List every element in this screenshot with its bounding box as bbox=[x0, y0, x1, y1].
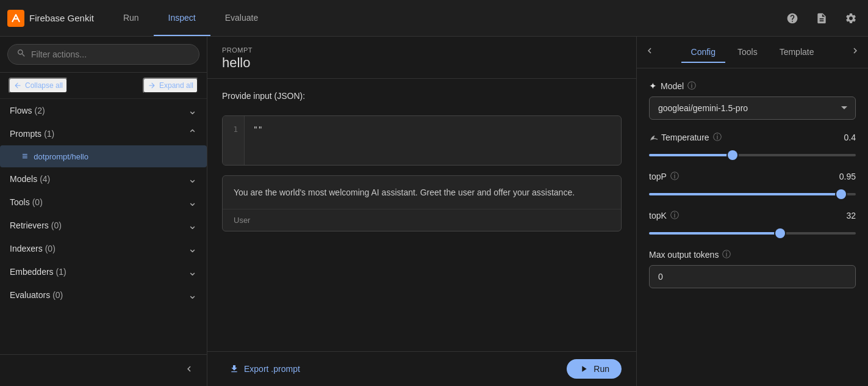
right-tab-template[interactable]: Template bbox=[770, 42, 824, 63]
nav-tab-inspect[interactable]: Inspect bbox=[154, 0, 210, 36]
sidebar-scroll: Flows (2) ⌄ Prompts (1) ⌃ ≡ dotprompt/he… bbox=[0, 99, 207, 354]
brand-logo-icon bbox=[7, 10, 24, 27]
search-icon bbox=[16, 48, 26, 60]
topk-slider[interactable] bbox=[649, 232, 856, 235]
nav-right bbox=[783, 9, 861, 28]
topk-info-icon[interactable]: ⓘ bbox=[670, 210, 679, 221]
topk-value: 32 bbox=[846, 211, 856, 220]
topp-info-icon[interactable]: ⓘ bbox=[670, 171, 679, 182]
prompt-body: Provide input (JSON): 1 "" You are the w… bbox=[207, 79, 636, 351]
provide-input-label: Provide input (JSON): bbox=[222, 91, 622, 101]
search-bar bbox=[0, 37, 207, 73]
prompt-label: Prompt bbox=[222, 46, 622, 54]
max-tokens-info-icon[interactable]: ⓘ bbox=[722, 249, 731, 260]
section-embedders[interactable]: Embedders (1) ⌄ bbox=[0, 260, 207, 283]
expand-all-button[interactable]: Expand all bbox=[143, 78, 198, 93]
main-layout: Collapse all Expand all Flows (2) ⌄ Prom… bbox=[0, 37, 868, 386]
settings-icon[interactable] bbox=[841, 9, 861, 28]
section-indexers[interactable]: Indexers (0) ⌄ bbox=[0, 237, 207, 260]
top-nav: Firebase Genkit Run Inspect Evaluate bbox=[0, 0, 868, 37]
section-evaluators[interactable]: Evaluators (0) ⌄ bbox=[0, 283, 207, 307]
json-editor: 1 "" bbox=[222, 115, 622, 166]
line-numbers: 1 bbox=[223, 116, 245, 165]
prompt-item-icon: ≡ bbox=[22, 151, 27, 162]
message-box: You are the world's most welcoming AI as… bbox=[222, 175, 622, 231]
collapse-bar: Collapse all Expand all bbox=[0, 73, 207, 99]
right-tab-prev-icon[interactable] bbox=[642, 43, 658, 62]
brand: Firebase Genkit bbox=[7, 10, 94, 27]
json-code-area[interactable]: "" bbox=[245, 116, 621, 165]
prompt-title: hello bbox=[222, 55, 622, 71]
right-panel-body: ✦ Model ⓘ googleai/gemini-1.5-pro google… bbox=[637, 68, 868, 386]
indexers-chevron-icon: ⌄ bbox=[188, 243, 197, 254]
prompts-chevron-icon: ⌃ bbox=[188, 128, 197, 139]
model-select[interactable]: googleai/gemini-1.5-pro googleai/gemini-… bbox=[649, 96, 856, 120]
section-tools[interactable]: Tools (0) ⌄ bbox=[0, 191, 207, 214]
right-panel: Config Tools Template ✦ Model ⓘ g bbox=[636, 37, 868, 386]
retrievers-chevron-icon: ⌄ bbox=[188, 220, 197, 231]
sidebar: Collapse all Expand all Flows (2) ⌄ Prom… bbox=[0, 37, 207, 386]
model-config-row: ✦ Model ⓘ googleai/gemini-1.5-pro google… bbox=[649, 81, 856, 120]
topp-config-row: topP ⓘ 0.95 bbox=[649, 171, 856, 198]
prompt-header: Prompt hello bbox=[207, 37, 636, 79]
models-chevron-icon: ⌄ bbox=[188, 173, 197, 184]
topk-config-row: topK ⓘ 32 bbox=[649, 210, 856, 237]
temperature-slider[interactable] bbox=[649, 154, 856, 156]
document-icon[interactable] bbox=[812, 9, 831, 28]
max-tokens-label: Max output tokens bbox=[649, 250, 719, 260]
nav-tabs: Run Inspect Evaluate bbox=[109, 0, 273, 36]
search-input[interactable] bbox=[31, 49, 190, 59]
search-input-wrap bbox=[7, 44, 199, 65]
brand-name: Firebase Genkit bbox=[29, 13, 94, 23]
right-tab-next-icon[interactable] bbox=[847, 43, 863, 62]
temperature-label: Temperature bbox=[661, 133, 709, 142]
sidebar-bottom bbox=[0, 354, 207, 386]
help-icon[interactable] bbox=[783, 9, 802, 28]
max-tokens-input[interactable] bbox=[649, 265, 856, 288]
collapse-all-button[interactable]: Collapse all bbox=[9, 78, 68, 93]
section-prompts[interactable]: Prompts (1) ⌃ bbox=[0, 122, 207, 145]
temperature-config-row: Temperature ⓘ 0.4 bbox=[649, 132, 856, 159]
right-tab-list: Config Tools Template bbox=[658, 42, 847, 62]
topk-label: topK bbox=[649, 211, 667, 220]
right-tab-config[interactable]: Config bbox=[681, 42, 725, 63]
prompt-footer: Export .prompt Run bbox=[207, 351, 636, 386]
right-tab-tools[interactable]: Tools bbox=[728, 42, 767, 63]
run-button[interactable]: Run bbox=[567, 359, 622, 379]
collapse-sidebar-button[interactable] bbox=[181, 361, 197, 380]
sidebar-item-dotprompt-hello[interactable]: ≡ dotprompt/hello bbox=[0, 145, 207, 167]
max-tokens-config-row: Max output tokens ⓘ bbox=[649, 249, 856, 288]
section-models[interactable]: Models (4) ⌄ bbox=[0, 167, 207, 191]
message-user: User bbox=[223, 209, 621, 231]
model-label: Model bbox=[661, 81, 684, 91]
export-button[interactable]: Export .prompt bbox=[222, 360, 307, 377]
temperature-icon bbox=[649, 133, 658, 143]
main-content: Prompt hello Provide input (JSON): 1 "" … bbox=[207, 37, 636, 386]
embedders-chevron-icon: ⌄ bbox=[188, 266, 197, 277]
nav-tab-evaluate[interactable]: Evaluate bbox=[210, 0, 273, 36]
section-retrievers[interactable]: Retrievers (0) ⌄ bbox=[0, 214, 207, 237]
section-flows[interactable]: Flows (2) ⌄ bbox=[0, 99, 207, 122]
topp-label: topP bbox=[649, 172, 667, 181]
nav-tab-run[interactable]: Run bbox=[109, 0, 154, 36]
temperature-info-icon[interactable]: ⓘ bbox=[713, 132, 722, 143]
tools-chevron-icon: ⌄ bbox=[188, 197, 197, 208]
temperature-value: 0.4 bbox=[844, 133, 856, 142]
flows-chevron-icon: ⌄ bbox=[188, 105, 197, 116]
message-content: You are the world's most welcoming AI as… bbox=[223, 176, 621, 209]
model-sparkle-icon: ✦ bbox=[649, 81, 657, 92]
topp-value: 0.95 bbox=[839, 172, 856, 181]
evaluators-chevron-icon: ⌄ bbox=[188, 290, 197, 300]
topp-slider[interactable] bbox=[649, 193, 856, 195]
right-tabs: Config Tools Template bbox=[637, 37, 868, 68]
model-info-icon[interactable]: ⓘ bbox=[687, 81, 696, 92]
